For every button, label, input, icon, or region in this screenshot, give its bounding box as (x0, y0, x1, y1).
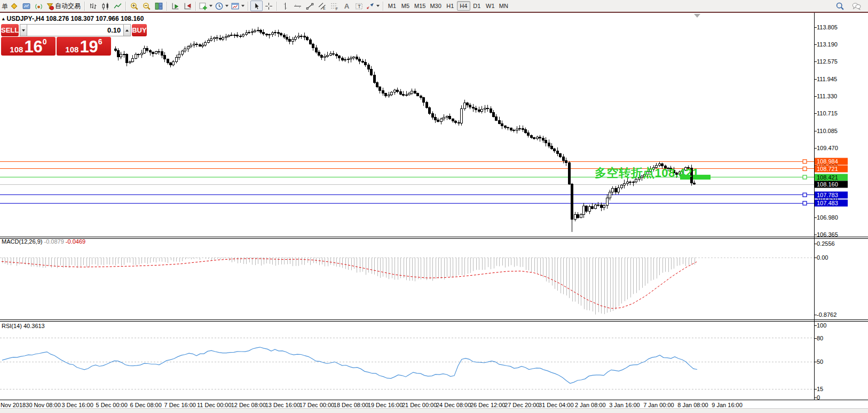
toolbar-separator (277, 2, 278, 11)
zoom-in-button[interactable] (128, 1, 140, 11)
new-order-button[interactable]: 单 (0, 1, 8, 11)
toolbar-separator (248, 2, 249, 11)
timeframe-h4-button[interactable]: H4 (457, 1, 470, 11)
volume-input[interactable] (27, 24, 123, 36)
sell-button[interactable]: SELL (1, 24, 19, 36)
macd-name: MACD(12,26,9) (2, 238, 42, 245)
dropdown-arrow-icon[interactable] (376, 5, 380, 7)
tile-windows-icon (154, 2, 163, 11)
tile-windows-button[interactable] (153, 1, 165, 11)
gold-icon (10, 2, 19, 11)
toolbar: 单自动交易EFATM1M5M15M30H1H4D1W1MN (0, 0, 868, 12)
trendline-button[interactable] (304, 1, 316, 11)
volume-increase-button[interactable] (123, 24, 131, 36)
svg-text:T: T (358, 4, 361, 9)
autotrading-button[interactable]: 自动交易 (45, 1, 83, 11)
price-level-label: 108.984 (815, 158, 848, 165)
crosshair-button[interactable] (263, 1, 275, 11)
rsi-value: 40.3613 (23, 323, 45, 329)
toolbar-separator (383, 2, 384, 11)
gold-button[interactable] (8, 1, 20, 11)
charts-button[interactable] (20, 1, 33, 11)
macd-main-value: -0.0879 (44, 238, 64, 245)
price-axis-tick: 110.715 (817, 110, 838, 116)
signal-button[interactable] (33, 1, 45, 11)
channel-icon: E (318, 2, 327, 11)
auto-scroll-icon (171, 2, 180, 11)
time-axis-label: 3 Dec 16:00 (61, 402, 93, 408)
vline-button[interactable] (279, 1, 291, 11)
timeframe-d1-button[interactable]: D1 (470, 1, 484, 11)
buy-button[interactable]: BUY (132, 24, 146, 36)
crosshair-icon (264, 2, 273, 11)
indicators-button[interactable] (198, 1, 214, 11)
sell-price-pips: 16 (24, 40, 42, 55)
text-label-button[interactable]: T (353, 1, 365, 11)
time-axis-label: 8 Jan 08:00 (677, 402, 708, 408)
chart-candles-icon (101, 2, 110, 11)
rsi-axis-tick: 50 (817, 359, 823, 365)
periods-button[interactable] (214, 1, 230, 11)
time-axis-label: 7 Dec 16:00 (164, 402, 196, 408)
price-level-label: 108.721 (815, 165, 848, 172)
cursor-icon (252, 2, 261, 11)
rsi-axis-tick: 0 (817, 394, 820, 401)
timeframe-mn-button[interactable]: MN (497, 1, 510, 11)
time-axis-label: 26 Dec 12:00 (470, 402, 505, 408)
chart-bars-icon (89, 2, 98, 11)
time-axis-label: 6 Dec 08:00 (130, 402, 162, 408)
svg-text:E: E (323, 6, 326, 10)
dropdown-arrow-icon[interactable] (209, 5, 212, 7)
svg-text:单: 单 (2, 3, 8, 10)
chart-line-button[interactable] (112, 1, 124, 11)
price-level-label: 107.483 (815, 200, 848, 207)
price-axis-tick: 109.470 (817, 145, 838, 151)
timeframe-m5-button[interactable]: M5 (399, 1, 412, 11)
chat-button[interactable] (850, 1, 863, 11)
volume-decrease-button[interactable] (20, 24, 27, 36)
zoom-out-button[interactable] (140, 1, 153, 11)
timeframe-m1-button[interactable]: M1 (385, 1, 399, 11)
rsi-axis-tick: 15 (817, 386, 823, 392)
time-axis-label: 5 Dec 00:00 (96, 402, 127, 408)
auto-scroll-button[interactable] (169, 1, 182, 11)
dropdown-arrow-icon[interactable] (241, 5, 244, 7)
time-axis-label: 2 Jan 08:00 (575, 402, 606, 408)
chart-title-text: USDJPY-,H4 108.276 108.307 107.966 108.1… (7, 15, 144, 22)
toolbar-separator (167, 2, 168, 11)
text-button[interactable]: A (341, 1, 353, 11)
chart-bars-button[interactable] (87, 1, 99, 11)
templates-icon (231, 2, 240, 11)
pivot-annotation: 多空转折点108.421 (595, 165, 699, 181)
search-button[interactable] (834, 1, 846, 11)
toolbar-right-icons (834, 1, 868, 11)
timeframe-m30-button[interactable]: M30 (428, 1, 443, 11)
channel-button[interactable]: E (316, 1, 328, 11)
templates-button[interactable] (230, 1, 246, 11)
buy-price-box[interactable]: 108 19 6 (57, 37, 111, 56)
timeframe-w1-button[interactable]: W1 (484, 1, 497, 11)
fibonacci-button[interactable]: F (328, 1, 341, 11)
vline-icon (281, 2, 290, 11)
buy-price-figure: 108 (65, 45, 78, 55)
symbol-arrow-icon: ▴ (2, 16, 5, 21)
cursor-button[interactable] (250, 1, 263, 11)
macd-signal-value: -0.0469 (66, 238, 85, 245)
time-axis-label: 9 Jan 16:00 (712, 402, 743, 408)
indicators-icon (199, 2, 208, 11)
macd-axis-tick: 0.00 (817, 254, 828, 261)
hline-button[interactable] (291, 1, 304, 11)
timeframe-m15-button[interactable]: M15 (412, 1, 428, 11)
time-axis-label: 19 Dec 16:00 (368, 402, 403, 408)
sell-price-box[interactable]: 108 16 0 (1, 37, 56, 56)
toolbar-separator (195, 2, 196, 11)
time-axis-label: 24 Dec 08:00 (436, 402, 471, 408)
dropdown-arrow-icon[interactable] (225, 5, 228, 7)
sell-price-point: 0 (43, 37, 47, 46)
chart-candles-button[interactable] (99, 1, 112, 11)
chart-canvas[interactable] (0, 0, 868, 413)
rsi-indicator-label: RSI(14) 40.3613 (2, 323, 45, 329)
chart-shift-button[interactable] (182, 1, 194, 11)
arrows-button[interactable] (365, 1, 381, 11)
timeframe-h1-button[interactable]: H1 (444, 1, 457, 11)
